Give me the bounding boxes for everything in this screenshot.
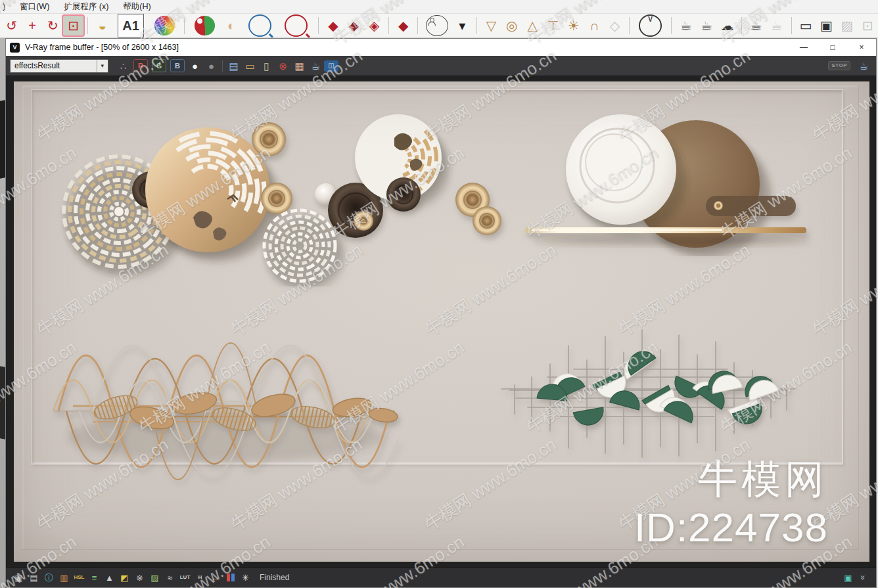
toolbar-separator	[476, 17, 477, 34]
vray-asset-editor-icon[interactable]: ◆	[323, 16, 343, 35]
menu-extensions[interactable]: 扩展程序 (x)	[64, 1, 108, 12]
denoiser-icon[interactable]: ✳	[238, 570, 253, 585]
menu-window[interactable]: 窗口(W)	[20, 1, 49, 12]
render-interactive-teapot-icon[interactable]: ☕	[697, 16, 717, 35]
red-channel-button[interactable]: R	[133, 59, 148, 72]
blue-channel-button[interactable]: B	[170, 59, 185, 72]
clamp-colors-icon[interactable]: ▥	[57, 570, 72, 585]
viewport-render-icon[interactable]: ☕	[746, 16, 766, 35]
vray-render-icon[interactable]: ◆	[344, 16, 364, 35]
stop-badge[interactable]: STOP	[828, 61, 850, 70]
compare-images-icon[interactable]: ◫	[324, 60, 338, 72]
info-icon[interactable]: ⓘ	[41, 570, 57, 585]
save-image-icon[interactable]: ▤	[225, 58, 242, 74]
wall-decor-metal-discs	[52, 108, 512, 286]
chevron-down-icon[interactable]	[97, 60, 104, 72]
stereo-icon[interactable]	[223, 570, 238, 585]
dimension-icon[interactable]: A1	[118, 14, 143, 37]
account-icon[interactable]	[426, 15, 448, 36]
hsl-icon[interactable]: HSL	[72, 570, 87, 585]
menu-edge-fragment: )	[3, 2, 5, 11]
vray-mesh-light-icon[interactable]: ◇	[605, 16, 625, 35]
color-balance-icon[interactable]: ≡	[87, 570, 102, 585]
alpha-mode-icon[interactable]: ●	[203, 58, 220, 74]
statusbar-icons-right: ▣»	[841, 570, 871, 585]
vray-dome-light-icon[interactable]: ∩	[584, 16, 604, 35]
lut-icon[interactable]: LUT	[177, 570, 193, 585]
viewport-render-disabled-icon[interactable]: ☕	[766, 16, 787, 35]
vray-omni-light-icon[interactable]: ☀	[563, 16, 584, 35]
zoom-window-icon[interactable]: ⊡	[63, 16, 83, 35]
main-toolbar: ↺+↻⊡◒A1◐◆◆◈◆▾▽◎△⊤☀∩◇☕☕☁☕☕▭▣▨⊡	[0, 14, 878, 38]
rgb-channels-icon[interactable]: ∴	[115, 58, 131, 74]
expand-history-icon[interactable]: »	[856, 570, 871, 585]
frame-buffer-teapot-icon[interactable]: ▣	[816, 16, 837, 35]
ipr-teapot-icon[interactable]: ☕	[856, 58, 872, 74]
status-text: Finished	[260, 573, 289, 582]
clipboard-icon[interactable]: ▯	[258, 58, 275, 74]
account-dropdown-icon[interactable]: ▾	[452, 16, 473, 35]
open-image-icon[interactable]: ▭	[242, 58, 258, 74]
vfb-statusbar: ▣▤ⓘ▥HSL≡▲◩※▨≈LUTH↔✳ Finished ▣»	[6, 568, 876, 587]
vray-batch-render-icon[interactable]: ◈	[364, 16, 384, 35]
toolbar-separator	[417, 17, 418, 34]
vfb-toolbar-left: ∴RGB●●▤▭▯⊗▦☕◫	[115, 58, 338, 74]
close-button[interactable]: ×	[847, 39, 876, 56]
wall-decor-grid-leaves	[490, 326, 812, 467]
channel-select[interactable]: effectsResult	[10, 59, 108, 73]
menu-help[interactable]: 帮助(H)	[123, 1, 150, 12]
wall-decor-gold-waves	[53, 338, 398, 486]
vfb-title: V-Ray frame buffer - [50% of 2600 x 1463…	[25, 43, 179, 52]
minimize-button[interactable]: —	[789, 39, 818, 56]
vray-ies-light-icon[interactable]: ⊤	[543, 16, 563, 35]
frame-buffer-icon[interactable]: ▭	[796, 16, 816, 35]
zoom-tool-icon[interactable]	[248, 14, 271, 37]
window-controls: — □ ×	[789, 39, 876, 56]
render-teapot-icon[interactable]: ☕	[676, 16, 696, 35]
levels-icon[interactable]: ▲	[102, 570, 117, 585]
toolbar-separator	[87, 17, 88, 34]
menu-bar: ) 窗口(W) 扩展程序 (x) 帮助(H)	[0, 0, 878, 14]
toolbar-separator	[222, 60, 223, 72]
vray-gem-icon[interactable]: ◆	[393, 16, 413, 35]
white-balance-icon[interactable]: ※	[132, 570, 147, 585]
rgb-color-mode-icon[interactable]: ●	[187, 58, 203, 74]
orbit-icon[interactable]: ↺	[1, 16, 22, 35]
vray-logo-icon[interactable]	[639, 14, 662, 37]
background-image-icon[interactable]: ▨	[147, 570, 162, 585]
curves-icon[interactable]: ≈	[162, 570, 177, 585]
exposure-icon[interactable]: ◩	[117, 570, 132, 585]
vfb-settings-icon[interactable]: ▣	[841, 570, 856, 585]
green-channel-button[interactable]: G	[152, 59, 166, 72]
vray-sphere-light-icon[interactable]: ◎	[501, 16, 522, 35]
maximize-button[interactable]: □	[818, 39, 847, 56]
vray-plane-light-icon[interactable]: ▽	[481, 16, 501, 35]
toolbar-separator	[318, 17, 319, 34]
channel-select-value: effectsResult	[14, 61, 60, 70]
disabled-window-icon[interactable]: ▨	[837, 16, 857, 35]
vfb-toolbar-right: STOP☕	[828, 58, 872, 74]
cloud-render-icon[interactable]: ☁	[717, 16, 737, 35]
render-last-teapot-icon[interactable]: ☕	[308, 58, 324, 74]
display-correction-icon[interactable]: ▣	[11, 570, 26, 585]
layers-icon[interactable]: ▤	[26, 570, 41, 585]
flashlight-icon[interactable]: ◒	[92, 16, 112, 35]
heatmap-icon[interactable]: H	[193, 570, 208, 585]
toolbar-separator	[791, 17, 792, 34]
hand-tool-icon[interactable]: ◐	[221, 16, 241, 35]
pan-icon[interactable]: +	[22, 16, 42, 35]
vray-window-icon	[10, 43, 20, 53]
rotate-icon[interactable]: ↻	[43, 16, 63, 35]
toolbar-separator	[629, 17, 630, 34]
paint-bucket-icon[interactable]	[154, 16, 175, 35]
toolbar-separator	[671, 17, 672, 34]
region-render-icon[interactable]: ▦	[291, 58, 308, 74]
pixel-aspect-icon[interactable]: ↔	[208, 570, 223, 585]
stop-render-icon[interactable]: ⊗	[275, 58, 291, 74]
lock-icon[interactable]: ⊡	[858, 16, 878, 35]
vray-spot-light-icon[interactable]: △	[522, 16, 542, 35]
rotate-component-icon[interactable]	[195, 16, 215, 35]
vfb-canvas	[6, 76, 876, 568]
rendered-image	[14, 81, 869, 562]
zoom-extents-icon[interactable]	[285, 14, 308, 37]
